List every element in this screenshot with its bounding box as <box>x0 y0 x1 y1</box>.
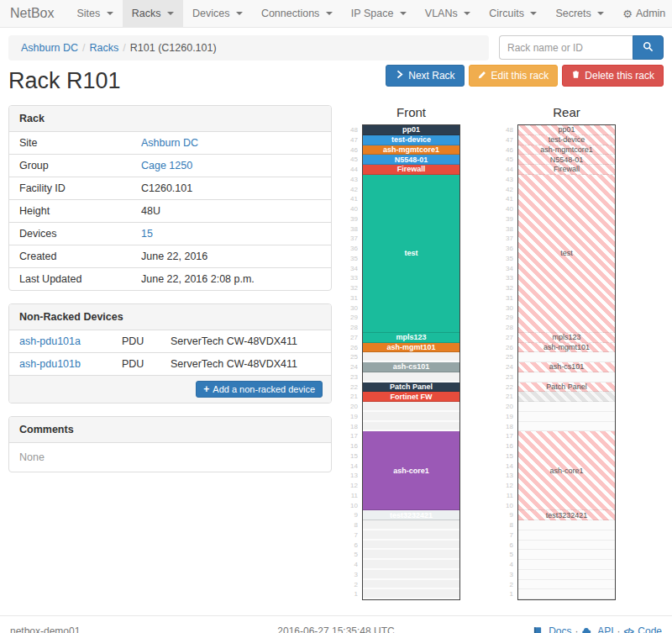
nav-item-connections[interactable]: Connections <box>252 0 342 27</box>
nav-item-vlans[interactable]: VLANs <box>416 0 480 27</box>
front-device-test[interactable]: test <box>363 175 459 333</box>
rear-unit-number-26: 26 <box>497 343 517 353</box>
nav-item-admin[interactable]: ⚙Admin <box>613 0 672 27</box>
rear-device-n5548-01[interactable]: N5548-01 <box>518 155 615 165</box>
breadcrumb-item-racks[interactable]: Racks <box>90 42 119 54</box>
rear-device-firewall[interactable]: Firewall <box>518 165 615 175</box>
front-unit-number-27: 27 <box>342 333 362 343</box>
edit-rack-button[interactable]: Edit this rack <box>469 65 559 87</box>
rear-device-test[interactable]: test <box>518 175 615 333</box>
rack-attr-row-devices: Devices15 <box>9 223 331 245</box>
footer-link-api[interactable]: API <box>581 625 613 633</box>
rear-unit-number-23: 23 <box>497 372 517 382</box>
rear-device-ash-cs101[interactable]: ash-cs101 <box>518 362 615 372</box>
front-device-fortinet-fw[interactable]: Fortinet FW <box>363 392 459 402</box>
rack-attr-row-site: SiteAshburn DC <box>9 132 331 155</box>
front-device-test3232421[interactable]: test3232421 <box>363 510 459 520</box>
rear-unit-number-5: 5 <box>497 550 517 560</box>
front-device-firewall[interactable]: Firewall <box>363 165 459 175</box>
front-unit-number-33: 33 <box>342 273 362 283</box>
nav-item-circuits[interactable]: Circuits <box>480 0 546 27</box>
rear-device-pp01[interactable]: pp01 <box>518 125 615 135</box>
device-role: PDU <box>112 330 160 353</box>
page-title: Rack R101 <box>8 68 121 94</box>
rear-unit-number-45: 45 <box>497 155 517 165</box>
footer-link-code[interactable]: </> Code <box>624 625 663 633</box>
rear-empty-unit-7 <box>518 530 615 541</box>
front-unit-number-16: 16 <box>342 441 362 451</box>
rear-device-ash-mgmtcore1[interactable]: ash-mgmtcore1 <box>518 145 615 156</box>
device-link-ash-pdu101b[interactable]: ash-pdu101b <box>19 358 81 370</box>
search-input[interactable] <box>499 35 633 60</box>
breadcrumb-item-ashburn-dc[interactable]: Ashburn DC <box>21 42 78 54</box>
next-rack-button[interactable]: Next Rack <box>386 65 464 87</box>
device-link-ash-pdu101a[interactable]: ash-pdu101a <box>19 335 81 347</box>
search-button[interactable] <box>633 35 664 60</box>
attr-link-devices[interactable]: 15 <box>141 228 153 240</box>
attr-value: Cage 1250 <box>131 155 331 177</box>
rear-device-patch-panel[interactable]: Patch Panel <box>518 382 615 393</box>
rear-unit-number-6: 6 <box>497 541 517 551</box>
device-name-cell: ash-pdu101b <box>9 353 112 376</box>
attr-value: C1260.101 <box>131 177 331 200</box>
attr-link-site[interactable]: Ashburn DC <box>141 137 198 149</box>
front-device-ash-mgmtcore1[interactable]: ash-mgmtcore1 <box>363 145 459 156</box>
attr-label: Devices <box>9 223 131 245</box>
rear-unit-number-48: 48 <box>497 125 517 135</box>
rear-unit-number-32: 32 <box>497 283 517 293</box>
device-role: PDU <box>112 353 160 376</box>
breadcrumb-separator: / <box>118 42 129 54</box>
front-device-mpls123[interactable]: mpls123 <box>363 333 459 343</box>
rear-unit-number-33: 33 <box>497 273 517 283</box>
front-device-ash-core1[interactable]: ash-core1 <box>363 431 459 510</box>
front-unit-number-15: 15 <box>342 451 362 462</box>
attr-link-group[interactable]: Cage 1250 <box>141 160 192 171</box>
rear-unit-number-41: 41 <box>497 194 517 204</box>
attr-label: Facility ID <box>9 177 131 200</box>
app-brand[interactable]: NetBox <box>10 0 54 27</box>
search-icon <box>643 41 654 55</box>
rear-device-test-device[interactable]: test-device <box>518 135 615 145</box>
rear-unit-number-17: 17 <box>497 431 517 441</box>
rear-rack-elevation: pp01test-deviceash-mgmtcore1N5548-01Fire… <box>517 124 616 600</box>
footer-link-docs[interactable]: Docs <box>533 625 572 633</box>
rear-empty-unit-23 <box>518 372 615 382</box>
front-device-patch-panel[interactable]: Patch Panel <box>363 382 459 393</box>
rear-device-test3232421[interactable]: test3232421 <box>518 510 615 520</box>
front-unit-number-18: 18 <box>342 422 362 432</box>
front-device-pp01[interactable]: pp01 <box>363 125 459 135</box>
add-non-racked-device-button[interactable]: + Add a non-racked device <box>196 381 323 398</box>
front-device-test-device[interactable]: test-device <box>363 135 459 145</box>
attr-value: June 22, 2016 2:08 p.m. <box>131 268 331 291</box>
attr-value: 15 <box>131 223 331 245</box>
breadcrumb: Ashburn DC/Racks/R101 (C1260.101) <box>8 35 489 61</box>
rear-unit-number-19: 19 <box>497 412 517 422</box>
front-empty-unit-25 <box>363 352 459 362</box>
nav-item-devices[interactable]: Devices <box>183 0 252 27</box>
comments-body: None <box>9 443 331 472</box>
front-unit-number-22: 22 <box>342 382 362 393</box>
attr-label: Created <box>9 245 131 268</box>
front-unit-number-2: 2 <box>342 580 362 590</box>
rear-unit-number-40: 40 <box>497 204 517 214</box>
attr-label: Group <box>9 155 131 177</box>
delete-rack-button[interactable]: Delete this rack <box>562 65 664 87</box>
caret-down-icon <box>464 12 470 15</box>
rear-device-ash-core1[interactable]: ash-core1 <box>518 431 615 510</box>
front-empty-unit-19 <box>363 412 459 422</box>
footer-link-label: Code <box>635 625 662 633</box>
nav-item-secrets[interactable]: Secrets <box>546 0 613 27</box>
rear-device-ash-mgmt101[interactable]: ash-mgmt101 <box>518 343 615 353</box>
trash-icon <box>571 70 580 82</box>
nav-item-ip-space[interactable]: IP Space <box>342 0 416 27</box>
rear-device-mpls123[interactable]: mpls123 <box>518 333 615 343</box>
rear-unit-number-24: 24 <box>497 362 517 372</box>
front-empty-unit-5 <box>363 550 459 560</box>
front-device-ash-mgmt101[interactable]: ash-mgmt101 <box>363 343 459 353</box>
front-device-n5548-01[interactable]: N5548-01 <box>363 155 459 165</box>
nav-item-racks[interactable]: Racks <box>123 0 183 27</box>
front-device-ash-cs101[interactable]: ash-cs101 <box>363 362 459 372</box>
device-type: ServerTech CW-48VDX411 <box>160 330 331 353</box>
nav-item-sites[interactable]: Sites <box>67 0 122 27</box>
front-unit-number-13: 13 <box>342 471 362 481</box>
